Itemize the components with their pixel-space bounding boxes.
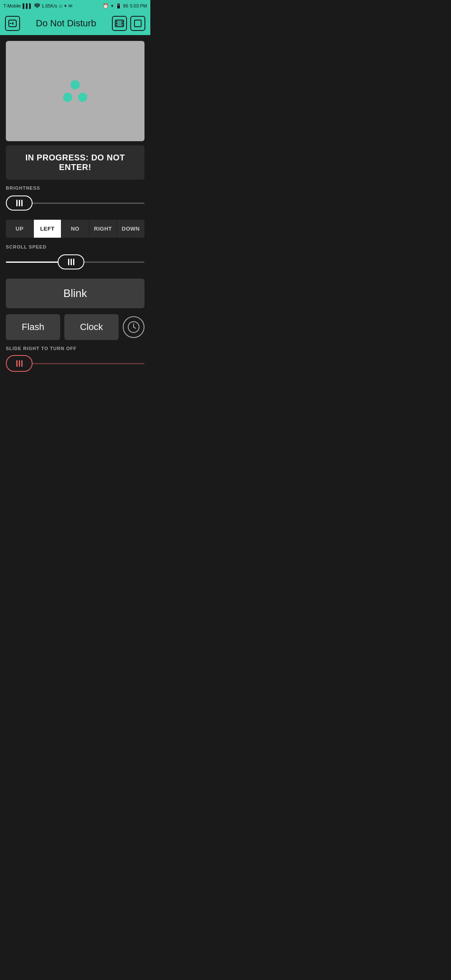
scroll-thumb[interactable] bbox=[58, 254, 84, 269]
dir-btn-left[interactable]: LEFT bbox=[34, 220, 62, 238]
off-line-3 bbox=[21, 360, 23, 367]
svg-rect-7 bbox=[122, 23, 123, 24]
off-line-1 bbox=[16, 360, 18, 367]
icons-misc: ◇ ✦ ✉ bbox=[59, 3, 72, 9]
slide-off-label: SLIDE RIGHT TO TURN OFF bbox=[6, 346, 144, 351]
clock-button[interactable]: Clock bbox=[64, 314, 119, 340]
line-3 bbox=[21, 200, 23, 206]
brightness-slider[interactable] bbox=[6, 194, 144, 212]
line-2 bbox=[19, 200, 20, 206]
vibrate-icon: 📳 bbox=[116, 3, 122, 9]
blink-button[interactable]: Blink bbox=[6, 279, 144, 308]
preview-area bbox=[6, 41, 144, 141]
clock-icon bbox=[127, 321, 140, 333]
bluetooth-icon: ✦ bbox=[110, 3, 114, 9]
status-banner-text: IN PROGRESS: DO NOT ENTER! bbox=[12, 153, 139, 172]
svg-rect-8 bbox=[122, 25, 123, 26]
svg-rect-3 bbox=[116, 21, 117, 22]
line-1 bbox=[16, 200, 18, 206]
direction-buttons: UP LEFT NO RIGHT DOWN bbox=[6, 220, 144, 238]
scroll-thumb-lines bbox=[68, 259, 74, 265]
carrier-text: T-Mobile bbox=[3, 3, 21, 8]
loading-indicator bbox=[63, 80, 87, 102]
brightness-label: BRIGHTNESS bbox=[6, 185, 144, 190]
status-right: ⏰ ✦ 📳 86 5:03 PM bbox=[103, 3, 147, 9]
speed-text: 1.65K/s bbox=[42, 3, 57, 8]
dot-top bbox=[71, 80, 80, 89]
svg-rect-9 bbox=[118, 21, 121, 26]
dot-left bbox=[63, 93, 72, 102]
thumb-lines bbox=[16, 200, 23, 206]
scroll-speed-slider[interactable] bbox=[6, 253, 144, 271]
svg-rect-4 bbox=[116, 23, 117, 24]
svg-point-14 bbox=[133, 327, 134, 328]
dir-btn-down[interactable]: DOWN bbox=[117, 220, 144, 238]
dir-btn-up[interactable]: UP bbox=[6, 220, 34, 238]
scroll-speed-label: SCROLL SPEED bbox=[6, 244, 144, 249]
scroll-line-2 bbox=[71, 259, 72, 265]
svg-rect-5 bbox=[116, 25, 117, 26]
header-actions bbox=[112, 16, 145, 31]
scroll-line-1 bbox=[68, 259, 69, 265]
off-line-2 bbox=[19, 360, 20, 367]
filmstrip-button[interactable] bbox=[112, 16, 127, 31]
dir-btn-right[interactable]: RIGHT bbox=[89, 220, 117, 238]
back-button[interactable] bbox=[5, 16, 20, 31]
slide-off-slider[interactable] bbox=[6, 354, 144, 373]
clock-icon-button[interactable] bbox=[123, 316, 144, 338]
time-text: 5:03 PM bbox=[130, 3, 147, 8]
svg-rect-6 bbox=[122, 21, 123, 22]
slide-off-thumb[interactable] bbox=[6, 355, 33, 372]
app-header: Do Not Disturb bbox=[0, 12, 150, 35]
brightness-thumb[interactable] bbox=[6, 195, 33, 211]
dot-row bbox=[63, 93, 87, 102]
status-banner: IN PROGRESS: DO NOT ENTER! bbox=[6, 145, 144, 180]
dot-right bbox=[78, 93, 87, 102]
svg-rect-10 bbox=[134, 20, 141, 27]
scroll-line-3 bbox=[73, 259, 74, 265]
dir-btn-no[interactable]: NO bbox=[61, 220, 89, 238]
flash-button[interactable]: Flash bbox=[6, 314, 60, 340]
battery-text: 86 bbox=[123, 3, 128, 8]
alarm-icon: ⏰ bbox=[103, 3, 109, 9]
status-bar: T-Mobile ▌▌▌ 1.65K/s ◇ ✦ ✉ ⏰ ✦ 📳 86 5:03… bbox=[0, 0, 150, 12]
square-button[interactable] bbox=[130, 16, 145, 31]
slide-off-lines bbox=[16, 360, 23, 367]
signal-icon: ▌▌▌ bbox=[23, 3, 32, 8]
page-title: Do Not Disturb bbox=[36, 18, 96, 29]
status-left: T-Mobile ▌▌▌ 1.65K/s ◇ ✦ ✉ bbox=[3, 3, 72, 9]
wifi-icon bbox=[34, 3, 40, 9]
action-row: Flash Clock bbox=[6, 314, 144, 340]
